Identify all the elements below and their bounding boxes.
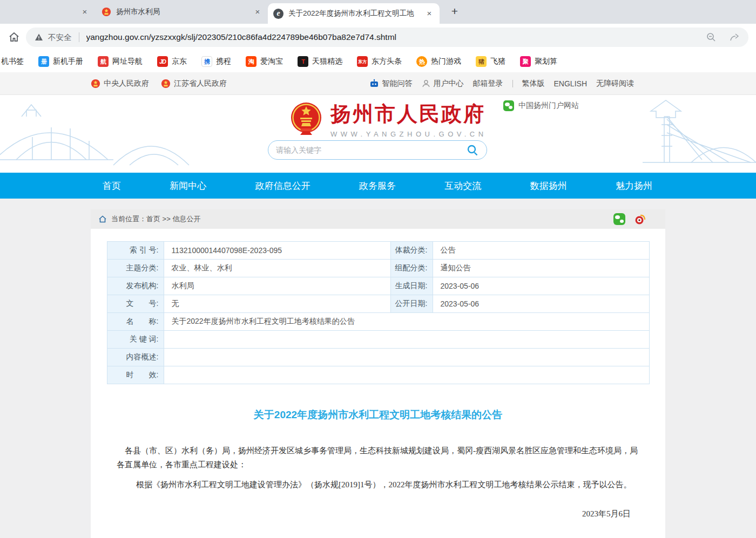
browser-logo-icon: e (273, 9, 284, 19)
juhuasuan-favicon: 聚 (520, 56, 531, 67)
not-secure-warning-icon (35, 33, 43, 42)
fliggy-favicon: 猪 (476, 56, 487, 67)
traditional-chinese-link[interactable]: 繁体版 (522, 79, 545, 88)
close-icon[interactable]: × (80, 7, 90, 17)
site-url-caption: WWW.YANGZHOU.GOV.CN (330, 130, 487, 138)
site-title: 扬州市人民政府 (330, 100, 487, 128)
mail-login-link[interactable]: 邮箱登录 (473, 79, 503, 88)
wechat-icon (503, 100, 514, 111)
close-icon[interactable]: × (253, 7, 262, 17)
address-divider (79, 32, 79, 42)
gov-emblem-favicon (102, 7, 111, 17)
document-meta-table: 索 引 号: 11321000014407098E-2023-095 体裁分类:… (107, 241, 650, 384)
bookmark-tmall[interactable]: T 天猫精选 (298, 56, 342, 67)
new-tab-button[interactable]: + (447, 4, 462, 19)
ctrip-favicon: 携 (201, 56, 212, 67)
bookmark-nav-site[interactable]: 航 网址导航 (98, 56, 143, 67)
table-row: 发布机构: 水利局 生成日期: 2023-05-06 (107, 277, 649, 295)
article-paragraph: 各县（市、区）水利（务）局，扬州经济开发区城乡事务管理局，生态科技新城规划建设局… (117, 444, 639, 472)
article-date: 2023年5月6日 (117, 509, 639, 519)
weibo-share-icon[interactable] (634, 213, 646, 225)
central-gov-link[interactable]: 中央人民政府 (91, 79, 149, 88)
nav-info-disclosure[interactable]: 政府信息公开 (255, 180, 310, 192)
bookmark-juhuasuan[interactable]: 聚 聚划算 (520, 56, 557, 67)
article-title: 关于2022年度扬州市水利工程文明工地考核结果的公告 (117, 408, 639, 422)
user-center-link[interactable]: 用户中心 (422, 79, 464, 88)
table-row: 内容概述: (107, 349, 649, 366)
article-paragraph: 根据《扬州市水利工程文明工地建设管理办法》（扬水规[2019]1号），2022年… (117, 478, 639, 492)
divider (512, 80, 513, 87)
url-text[interactable]: yangzhou.gov.cn/yzszxxgk/slj/202305/210c… (86, 32, 694, 42)
bookmark-ctrip[interactable]: 携 携程 (201, 56, 231, 67)
search-icon[interactable] (466, 144, 479, 156)
portal-label: 中国扬州门户网站 (503, 100, 579, 111)
gov-emblem-icon (91, 79, 100, 88)
bookmark-phone[interactable]: 机书签 (1, 57, 24, 66)
browser-address-bar: 不安全 yangzhou.gov.cn/yzszxxgk/slj/202305/… (0, 24, 756, 51)
breadcrumb-home-icon[interactable] (98, 215, 107, 223)
games-favicon: 热 (416, 56, 427, 67)
bookmark-manual[interactable]: 册 新机手册 (38, 56, 83, 67)
gov-utility-bar: 中央人民政府 江苏省人民政府 智能问答 (0, 72, 756, 95)
nav-site-favicon: 航 (98, 56, 109, 67)
bookmark-fliggy[interactable]: 猪 飞猪 (476, 56, 505, 67)
table-row: 关 键 词: (107, 331, 649, 349)
breadcrumb: 当前位置：首页 >> 信息公开 (91, 209, 665, 229)
bookmark-games[interactable]: 热 热门游戏 (416, 56, 461, 67)
tab-title: 关于2022年度扬州市水利工程文明工地 (288, 9, 420, 18)
nav-news-center[interactable]: 新闻中心 (170, 180, 206, 192)
bookmarks-bar: 机书签 册 新机手册 航 网址导航 JD 京东 携 携程 淘 爱淘宝 T 天猫精… (0, 51, 756, 72)
article-body: 关于2022年度扬州市水利工程文明工地考核结果的公告 各县（市、区）水利（务）局… (91, 408, 665, 538)
site-search (268, 140, 487, 160)
search-input[interactable] (276, 146, 466, 154)
gov-emblem-icon (161, 79, 171, 88)
nav-gov-services[interactable]: 政务服务 (359, 180, 396, 192)
page-content: 当前位置：首页 >> 信息公开 索 引 号: 11321000014407098… (0, 199, 756, 538)
accessibility-link[interactable]: 无障碍阅读 (596, 79, 634, 88)
tab-water-bureau[interactable]: 扬州市水利局 × (96, 0, 268, 24)
table-row: 名 称: 关于2022年度扬州市水利工程文明工地考核结果的公告 (107, 313, 649, 331)
nav-data-yangzhou[interactable]: 数据扬州 (530, 180, 567, 192)
nav-charm-yangzhou[interactable]: 魅力扬州 (616, 180, 652, 192)
table-row: 文 号: 无 公开日期: 2023-05-06 (107, 295, 649, 313)
tab-title: 扬州市水利局 (116, 7, 248, 17)
table-row: 主题分类: 农业、林业、水利 组配分类: 通知公告 (107, 260, 649, 277)
robot-icon (369, 79, 379, 88)
english-link[interactable]: ENGLISH (554, 79, 587, 88)
home-icon[interactable] (8, 31, 21, 44)
main-navigation: 首页 新闻中心 政府信息公开 政务服务 互动交流 数据扬州 魅力扬州 (0, 173, 756, 199)
share-icon[interactable] (729, 32, 740, 43)
article-card: 当前位置：首页 >> 信息公开 索 引 号: 11321000014407098… (91, 209, 665, 538)
table-row: 时 效: (107, 366, 649, 384)
jiangsu-gov-link[interactable]: 江苏省人民政府 (161, 79, 227, 88)
table-row: 索 引 号: 11321000014407098E-2023-095 体裁分类:… (107, 242, 649, 260)
site-logo[interactable]: 扬州市人民政府 WWW.YANGZHOU.GOV.CN (289, 100, 487, 138)
bookmark-jd[interactable]: JD 京东 (157, 56, 187, 67)
tab-announcement-active[interactable]: e 关于2022年度扬州市水利工程文明工地 × (268, 3, 440, 24)
site-header: 扬州市人民政府 WWW.YANGZHOU.GOV.CN 中国扬州门户网站 (0, 95, 756, 173)
nav-home[interactable]: 首页 (103, 180, 121, 192)
jd-favicon: JD (157, 56, 168, 67)
close-icon[interactable]: × (424, 9, 434, 18)
security-label[interactable]: 不安全 (48, 32, 72, 43)
nav-interaction[interactable]: 互动交流 (444, 180, 481, 192)
national-emblem-icon (289, 101, 323, 137)
bookmark-dongfang[interactable]: 东方 东方头条 (357, 56, 402, 67)
smart-qa-link[interactable]: 智能问答 (369, 79, 413, 88)
tmall-favicon: T (298, 56, 308, 67)
bookmark-aitaobao[interactable]: 淘 爱淘宝 (246, 56, 283, 67)
manual-favicon: 册 (38, 56, 49, 67)
dongfang-favicon: 东方 (357, 56, 368, 67)
user-icon (422, 79, 430, 88)
url-field[interactable]: 不安全 yangzhou.gov.cn/yzszxxgk/slj/202305/… (26, 28, 748, 47)
zoom-out-icon[interactable] (706, 32, 717, 43)
breadcrumb-text[interactable]: 当前位置：首页 >> 信息公开 (111, 214, 200, 224)
taobao-favicon: 淘 (246, 56, 256, 67)
browser-tab-strip: × 扬州市水利局 × e 关于2022年度扬州市水利工程文明工地 × + (0, 0, 756, 24)
wechat-share-icon[interactable] (613, 213, 625, 225)
